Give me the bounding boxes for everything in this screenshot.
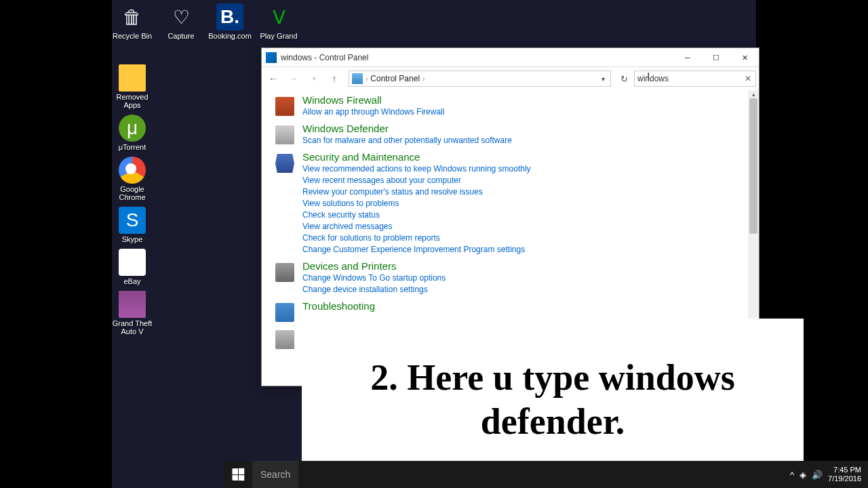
address-dropdown[interactable]: ▾ (599, 75, 608, 83)
network-icon[interactable]: ◈ (800, 470, 806, 480)
desktop-icon-heart[interactable]: ♡Capture (161, 3, 201, 40)
search-input[interactable] (637, 74, 743, 83)
desktop-icon-utorrent[interactable]: μμTorrent (112, 115, 153, 151)
defender-icon (275, 125, 294, 144)
taskbar-search[interactable]: Search (252, 461, 298, 488)
bin-icon: 🗑 (119, 3, 146, 30)
navigation-bar: ← → ▾ ↑ › Control Panel › ▾ ↻ I ✕ (262, 67, 759, 90)
search-placeholder: Search (260, 469, 290, 480)
desktop-icon-bin[interactable]: 🗑Recycle Bin (112, 3, 153, 40)
desktop-icon-folder[interactable]: Removed Apps (112, 64, 153, 109)
volume-icon[interactable]: 🔊 (812, 470, 823, 480)
result-group: Devices and PrintersChange Windows To Go… (275, 260, 745, 295)
titlebar: windows - Control Panel ─ ☐ ✕ (262, 48, 759, 67)
scroll-up-arrow[interactable]: ▴ (748, 90, 759, 98)
system-tray: ^ ◈ 🔊 7:45 PM 7/19/2016 (783, 461, 868, 488)
taskbar: Search ^ ◈ 🔊 7:45 PM 7/19/2016 (224, 461, 868, 488)
devices-icon (275, 263, 294, 282)
date: 7/19/2016 (828, 474, 861, 483)
result-link[interactable]: Change Customer Experience Improvement P… (302, 244, 531, 255)
icon-label: μTorrent (119, 143, 146, 151)
result-link[interactable]: View archived messages (302, 221, 531, 232)
desktop-icon-winrar[interactable]: Grand Theft Auto V (112, 291, 153, 336)
result-title[interactable]: Windows Defender (302, 123, 512, 134)
clear-search-button[interactable]: ✕ (743, 74, 753, 83)
forward-button: → (285, 70, 302, 87)
address-icon (352, 73, 363, 84)
folder-icon (119, 64, 146, 92)
desktop-icon-ebay[interactable]: eBay (112, 249, 153, 285)
winrar-icon (119, 291, 146, 318)
window-title: windows - Control Panel (281, 53, 673, 62)
time: 7:45 PM (828, 466, 861, 474)
result-link[interactable]: Change device installation settings (302, 284, 446, 295)
desktop-icon-gta[interactable]: ⅤPlay Grand (258, 3, 299, 40)
ebay-icon (119, 249, 146, 276)
desktop: y a to 🗑Recycle Bin♡CaptureB.Booking.com… (112, 0, 756, 488)
chrome-icon (119, 157, 146, 184)
result-link[interactable]: View solutions to problems (302, 198, 531, 209)
start-button[interactable] (224, 461, 252, 488)
result-link[interactable]: Review your computer's status and resolv… (302, 186, 531, 197)
breadcrumb-separator: › (422, 75, 425, 83)
utorrent-icon: μ (119, 115, 146, 142)
icon-label: Skype (122, 235, 143, 243)
result-link[interactable]: Check security status (302, 209, 531, 220)
result-title[interactable]: Security and Maintenance (302, 151, 531, 163)
result-link[interactable]: Allow an app through Windows Firewall (302, 106, 444, 117)
skype-icon: S (119, 207, 146, 234)
desktop-icon-skype[interactable]: SSkype (112, 207, 153, 243)
icon-label: Grand Theft Auto V (112, 319, 153, 336)
annotation-text: 2. Here u type windows defender. (329, 356, 776, 444)
search-box[interactable]: I ✕ (634, 70, 756, 87)
icon-label: Recycle Bin (113, 32, 152, 40)
windows-logo-icon (232, 468, 244, 481)
result-title[interactable]: Devices and Printers (302, 260, 446, 272)
icon-label: eBay (123, 277, 140, 285)
icon-label: Booking.com (208, 32, 252, 40)
result-title[interactable]: Windows Firewall (302, 94, 444, 106)
result-link[interactable]: Check for solutions to problem reports (302, 232, 531, 243)
icon-label: Removed Apps (112, 93, 153, 109)
result-group: Security and MaintenanceView recommended… (275, 151, 745, 255)
result-group: Windows DefenderScan for malware and oth… (275, 123, 745, 146)
clock[interactable]: 7:45 PM 7/19/2016 (828, 466, 861, 483)
desktop-icon-chrome[interactable]: Google Chrome (112, 157, 153, 201)
up-button[interactable]: ↑ (326, 70, 343, 87)
refresh-button[interactable]: ↻ (616, 71, 631, 86)
icon-label: Play Grand (260, 32, 297, 40)
result-link[interactable]: View recommended actions to keep Windows… (302, 163, 531, 174)
result-title[interactable]: Troubleshooting (302, 300, 375, 312)
tutorial-annotation: 2. Here u type windows defender. (302, 319, 804, 481)
icon-label: Capture (167, 32, 194, 40)
close-button[interactable]: ✕ (730, 48, 759, 67)
booking-icon: B. (216, 3, 243, 30)
minimize-button[interactable]: ─ (673, 48, 702, 67)
result-group: Windows FirewallAllow an app through Win… (275, 94, 745, 117)
icon-label: Google Chrome (112, 185, 153, 201)
maximize-button[interactable]: ☐ (702, 48, 730, 67)
recent-dropdown[interactable]: ▾ (305, 70, 323, 87)
tray-chevron-icon[interactable]: ^ (790, 470, 794, 480)
back-button[interactable]: ← (264, 70, 282, 87)
breadcrumb-separator: › (366, 75, 368, 83)
result-link[interactable]: Scan for malware and other potentially u… (302, 135, 512, 146)
troubleshoot-icon (275, 303, 294, 322)
result-link[interactable]: Change Windows To Go startup options (302, 272, 446, 283)
heart-icon: ♡ (167, 3, 195, 30)
gta-icon: Ⅴ (265, 3, 292, 30)
security-icon (275, 154, 294, 173)
breadcrumb[interactable]: Control Panel (370, 74, 420, 83)
control-panel-icon (266, 52, 277, 63)
result-link[interactable]: View recent messages about your computer (302, 175, 531, 186)
scrollbar-thumb[interactable] (749, 98, 757, 234)
generic-icon (275, 330, 294, 349)
address-bar[interactable]: › Control Panel › ▾ (349, 70, 611, 87)
firewall-icon (275, 97, 294, 116)
desktop-icon-booking[interactable]: B.Booking.com (210, 3, 250, 40)
